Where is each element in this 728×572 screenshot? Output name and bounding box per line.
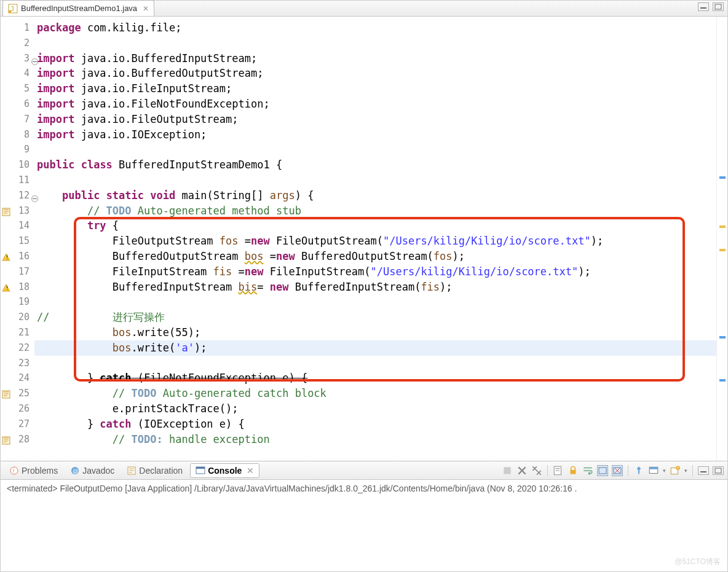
svg-text:!: ! bbox=[13, 468, 15, 474]
code-token: bos bbox=[113, 326, 132, 339]
code-token: BufferedOutputStream bbox=[37, 250, 245, 262]
code-token: java.io.IOException; bbox=[74, 128, 207, 141]
line-number: 25 bbox=[18, 388, 30, 399]
overview-mark-icon[interactable] bbox=[719, 249, 726, 251]
overview-ruler[interactable] bbox=[716, 17, 727, 461]
svg-text:!: ! bbox=[6, 286, 9, 291]
code-token: e.printStackTrace(); bbox=[37, 402, 239, 415]
svg-rect-31 bbox=[700, 471, 706, 472]
warning-marker-icon[interactable]: ! bbox=[2, 251, 10, 260]
close-tab-icon[interactable]: ✕ bbox=[143, 4, 149, 13]
display-selected-icon[interactable] bbox=[648, 465, 659, 476]
line-number: 20 bbox=[18, 311, 30, 323]
line-number: 13 bbox=[18, 205, 30, 216]
show-stderr-icon[interactable] bbox=[612, 465, 623, 476]
code-token: // bbox=[87, 205, 106, 217]
line-number: 14 bbox=[18, 220, 30, 231]
overview-mark-icon[interactable] bbox=[719, 176, 726, 179]
code-token: .write(55); bbox=[132, 326, 201, 339]
line-number: 4 bbox=[24, 68, 30, 79]
line-number: 18 bbox=[18, 281, 30, 292]
code-token: fis bbox=[421, 281, 440, 293]
code-token: static bbox=[106, 189, 144, 202]
editor[interactable]: 1 2 3 4 5 6 7 8 9 10 11 12 13 14 15 !16 … bbox=[1, 17, 727, 461]
code-token bbox=[37, 342, 113, 354]
maximize-view-icon[interactable] bbox=[713, 466, 724, 475]
line-number: 5 bbox=[24, 83, 30, 94]
code-token: catch bbox=[100, 372, 131, 384]
warning-marker-icon[interactable]: ! bbox=[2, 282, 10, 291]
close-icon[interactable]: ✕ bbox=[247, 466, 254, 476]
clear-console-icon[interactable] bbox=[553, 465, 564, 476]
code-token: bos bbox=[113, 342, 132, 354]
overview-mark-icon[interactable] bbox=[719, 336, 726, 339]
line-number: 3 bbox=[24, 53, 30, 64]
javadoc-icon: @ bbox=[70, 466, 80, 476]
line-number: 21 bbox=[18, 327, 30, 338]
terminate-icon[interactable] bbox=[502, 465, 513, 476]
code-token: ) { bbox=[295, 189, 314, 202]
bottom-tabs: !Problems @Javadoc Declaration Console✕ … bbox=[1, 461, 727, 480]
code-token: handle exception bbox=[163, 433, 270, 445]
code-token: BufferedOutputStream( bbox=[295, 250, 433, 262]
declaration-icon bbox=[127, 466, 136, 476]
code-token: { bbox=[106, 219, 119, 232]
scroll-lock-icon[interactable] bbox=[568, 465, 579, 476]
code-token bbox=[37, 326, 113, 339]
remove-all-icon[interactable] bbox=[531, 465, 542, 476]
code-token: FileInputStream bbox=[37, 265, 213, 278]
svg-point-2 bbox=[9, 10, 12, 13]
tab-declaration[interactable]: Declaration bbox=[122, 464, 188, 477]
code-token: import bbox=[37, 98, 74, 110]
code-token: // bbox=[113, 387, 132, 399]
code-token: public bbox=[37, 159, 74, 171]
line-number: 19 bbox=[18, 296, 30, 307]
code-content[interactable]: package com.kilig.file; import java.io.B… bbox=[34, 17, 716, 461]
maximize-icon[interactable] bbox=[713, 2, 724, 11]
svg-rect-4 bbox=[715, 4, 721, 9]
code-token: java.io.BufferedInputStream; bbox=[74, 52, 257, 65]
problems-icon: ! bbox=[9, 466, 19, 476]
overview-mark-icon[interactable] bbox=[719, 379, 726, 382]
show-stdout-icon[interactable] bbox=[597, 465, 608, 476]
tab-filename: BufferedInputStreamDemo1.java bbox=[21, 4, 137, 13]
line-number-gutter: 1 2 3 4 5 6 7 8 9 10 11 12 13 14 15 !16 … bbox=[1, 17, 34, 461]
tab-javadoc[interactable]: @Javadoc bbox=[65, 464, 119, 477]
code-token: public bbox=[62, 189, 100, 202]
task-marker-icon[interactable] bbox=[2, 206, 10, 214]
code-token: import bbox=[37, 67, 74, 79]
overview-mark-icon[interactable] bbox=[719, 225, 726, 228]
remove-launch-icon[interactable] bbox=[516, 465, 528, 476]
file-tab[interactable]: J BufferedInputStreamDemo1.java ✕ bbox=[2, 0, 154, 16]
pin-console-icon[interactable] bbox=[633, 465, 644, 476]
task-marker-icon[interactable] bbox=[2, 388, 10, 397]
code-token: catch bbox=[100, 418, 131, 430]
line-number: 17 bbox=[18, 266, 30, 277]
tab-console[interactable]: Console✕ bbox=[190, 463, 259, 478]
bottom-panel: !Problems @Javadoc Declaration Console✕ … bbox=[1, 461, 727, 571]
code-token: fos bbox=[220, 235, 239, 247]
line-number: 12 bbox=[18, 190, 30, 201]
word-wrap-icon[interactable] bbox=[582, 465, 593, 476]
open-console-icon[interactable]: + bbox=[670, 465, 681, 476]
svg-rect-21 bbox=[504, 467, 510, 474]
line-number: 22 bbox=[18, 342, 30, 353]
minimize-icon[interactable] bbox=[698, 2, 709, 11]
task-marker-icon[interactable] bbox=[2, 434, 10, 443]
console-status-line: <terminated> FileOutputDemo [Java Applic… bbox=[7, 484, 721, 493]
code-token: = bbox=[232, 265, 244, 278]
tab-problems[interactable]: !Problems bbox=[4, 464, 63, 477]
console-output[interactable]: <terminated> FileOutputDemo [Java Applic… bbox=[1, 480, 727, 571]
code-token: } bbox=[37, 372, 100, 384]
code-token: import bbox=[37, 128, 74, 141]
code-token: package bbox=[37, 22, 81, 34]
line-number: 24 bbox=[18, 372, 30, 383]
code-token: java.io.FileNotFoundException; bbox=[74, 98, 269, 110]
line-number: 28 bbox=[18, 434, 30, 445]
line-number: 9 bbox=[24, 144, 30, 155]
svg-text:@: @ bbox=[73, 468, 78, 474]
svg-rect-3 bbox=[700, 7, 706, 9]
code-token: } bbox=[37, 418, 100, 430]
code-token: "/Users/kilig/Kilig/io/score.txt" bbox=[383, 235, 591, 247]
minimize-view-icon[interactable] bbox=[698, 466, 709, 475]
